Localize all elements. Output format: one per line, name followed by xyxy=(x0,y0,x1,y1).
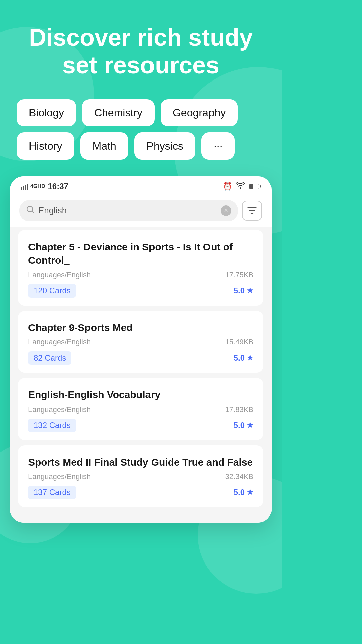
result-card-2[interactable]: Chapter 9-Sports Med Languages/English 1… xyxy=(18,311,263,373)
card-size-2: 15.49KB xyxy=(225,338,253,346)
card-footer-3: 132 Cards 5.0 ★ xyxy=(28,419,253,432)
card-size-4: 32.34KB xyxy=(225,472,253,481)
search-area: English × xyxy=(10,195,272,227)
header: Discover rich study set resources xyxy=(0,0,282,93)
category-chip-physics[interactable]: Physics xyxy=(134,132,195,160)
page-title: Discover rich study set resources xyxy=(20,23,261,79)
star-icon-2: ★ xyxy=(247,354,253,362)
categories-section: Biology Chemistry Geography History Math… xyxy=(0,93,282,173)
search-bar[interactable]: English × xyxy=(19,200,238,221)
search-icon xyxy=(26,205,35,216)
result-card-1[interactable]: Chapter 5 - Deviance in Sports - Is It O… xyxy=(18,230,263,306)
svg-rect-1 xyxy=(247,207,257,208)
card-title-4: Sports Med II Final Study Guide True and… xyxy=(28,455,253,469)
card-title-2: Chapter 9-Sports Med xyxy=(28,321,253,335)
card-rating-4: 5.0 ★ xyxy=(234,488,253,497)
categories-row-2: History Math Physics ··· xyxy=(17,132,265,160)
category-chip-geography[interactable]: Geography xyxy=(161,99,238,126)
card-category-1: Languages/English xyxy=(28,271,91,279)
search-value: English xyxy=(38,205,217,216)
category-chip-chemistry[interactable]: Chemistry xyxy=(82,99,155,126)
card-meta-2: Languages/English 15.49KB xyxy=(28,338,253,346)
card-rating-1: 5.0 ★ xyxy=(234,286,253,296)
results-list: Chapter 5 - Deviance in Sports - Is It O… xyxy=(10,227,272,523)
card-count-1: 120 Cards xyxy=(28,284,76,298)
alarm-icon: ⏰ xyxy=(223,182,232,191)
signal-label: 4GHD xyxy=(30,183,45,190)
signal-bar-2 xyxy=(23,186,24,190)
card-title-1: Chapter 5 - Deviance in Sports - Is It O… xyxy=(28,240,253,267)
card-size-3: 17.83KB xyxy=(225,405,253,414)
signal-bar-1 xyxy=(21,187,22,190)
star-icon-1: ★ xyxy=(247,286,253,295)
card-footer-1: 120 Cards 5.0 ★ xyxy=(28,284,253,298)
signal-bar-3 xyxy=(25,185,26,190)
card-category-3: Languages/English xyxy=(28,405,91,414)
card-rating-3: 5.0 ★ xyxy=(234,421,253,430)
card-meta-3: Languages/English 17.83KB xyxy=(28,405,253,414)
card-footer-4: 137 Cards 5.0 ★ xyxy=(28,486,253,499)
svg-rect-2 xyxy=(249,210,255,211)
category-chip-more[interactable]: ··· xyxy=(201,132,235,160)
battery-icon xyxy=(249,184,261,189)
status-time: 16:37 xyxy=(48,182,68,191)
svg-rect-3 xyxy=(251,213,253,214)
card-category-2: Languages/English xyxy=(28,338,91,346)
card-category-4: Languages/English xyxy=(28,472,91,481)
card-title-3: English-English Vocabulary xyxy=(28,388,253,402)
star-icon-3: ★ xyxy=(247,421,253,430)
filter-button[interactable] xyxy=(242,201,262,221)
phone-mockup: 4GHD 16:37 ⏰ xyxy=(10,176,272,523)
category-chip-history[interactable]: History xyxy=(17,132,74,160)
card-size-1: 17.75KB xyxy=(225,271,253,279)
wifi-icon xyxy=(236,182,245,191)
result-card-3[interactable]: English-English Vocabulary Languages/Eng… xyxy=(18,378,263,440)
categories-row-1: Biology Chemistry Geography xyxy=(17,99,265,126)
search-clear-button[interactable]: × xyxy=(221,205,231,216)
card-rating-2: 5.0 ★ xyxy=(234,353,253,363)
card-meta-1: Languages/English 17.75KB xyxy=(28,271,253,279)
card-footer-2: 82 Cards 5.0 ★ xyxy=(28,351,253,365)
signal-bar-4 xyxy=(27,184,28,190)
card-meta-4: Languages/English 32.34KB xyxy=(28,472,253,481)
status-right: ⏰ xyxy=(223,182,261,191)
card-count-2: 82 Cards xyxy=(28,351,71,365)
star-icon-4: ★ xyxy=(247,488,253,497)
status-bar: 4GHD 16:37 ⏰ xyxy=(10,176,272,195)
signal-bars xyxy=(21,183,28,190)
category-chip-math[interactable]: Math xyxy=(80,132,128,160)
result-card-4[interactable]: Sports Med II Final Study Guide True and… xyxy=(18,445,263,507)
card-count-3: 132 Cards xyxy=(28,419,76,432)
status-left: 4GHD 16:37 xyxy=(21,182,68,191)
category-chip-biology[interactable]: Biology xyxy=(17,99,76,126)
card-count-4: 137 Cards xyxy=(28,486,76,499)
